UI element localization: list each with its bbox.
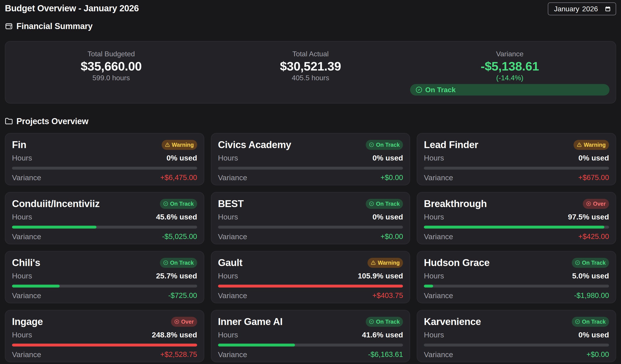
project-name: Chili's (12, 257, 40, 268)
hours-row: Hours41.6% used (218, 330, 403, 339)
hours-progress-track (424, 344, 609, 347)
variance-value: -$1,980.00 (574, 291, 609, 300)
project-status-badge: On Track (572, 258, 609, 268)
variance-label: Variance (424, 173, 453, 182)
variance-percent: (-14.4%) (496, 73, 523, 82)
project-status-label: On Track (376, 201, 400, 207)
variance-row: Variance-$6,163.61 (218, 350, 403, 359)
variance-value: +$0.00 (380, 232, 403, 241)
variance-label: Variance (218, 350, 247, 359)
variance-row: Variance+$0.00 (218, 173, 403, 182)
hours-progress-fill (424, 285, 433, 287)
variance-value: +$0.00 (586, 350, 609, 359)
project-card: GaultWarningHours105.9% usedVariance+$40… (211, 251, 410, 303)
hours-row: Hours0% used (424, 153, 609, 162)
hours-label: Hours (12, 213, 32, 221)
variance-row: Variance+$0.00 (424, 350, 609, 359)
variance-row: Variance-$5,025.00 (12, 232, 197, 241)
hours-row: Hours25.7% used (12, 271, 197, 280)
hours-used-value: 45.6% used (156, 213, 197, 221)
project-status-badge: Over (583, 199, 609, 209)
project-card-header: Conduiit/IncentiviizOn Track (12, 198, 197, 210)
project-status-label: On Track (170, 201, 194, 207)
circle-x-icon (174, 319, 179, 324)
total-budgeted-column: Total Budgeted $35,660.00 599.0 hours (12, 50, 211, 96)
project-card-header: Inner Game AIOn Track (218, 316, 403, 328)
project-status-label: On Track (376, 142, 400, 148)
variance-row: Variance-$1,980.00 (424, 291, 609, 300)
project-status-label: Warning (172, 142, 194, 148)
variance-amount: -$5,138.61 (481, 59, 539, 73)
project-status-badge: On Track (366, 140, 403, 150)
project-name: Conduiit/Incentiviiz (12, 198, 100, 209)
month-picker-input[interactable]: January 2026 (548, 2, 616, 15)
budget-overview-page: { "page": { "title": "Budget Overview - … (0, 0, 621, 364)
circle-check-icon (163, 201, 168, 206)
project-name: BEST (218, 198, 244, 209)
folder-icon (5, 117, 13, 125)
total-budgeted-amount: $35,660.00 (81, 59, 142, 73)
variance-value: +$675.00 (578, 173, 609, 182)
hours-label: Hours (424, 331, 444, 339)
variance-label: Variance (218, 291, 247, 300)
variance-row: Variance+$403.75 (218, 291, 403, 300)
project-name: Inner Game AI (218, 316, 283, 327)
variance-label: Variance (218, 232, 247, 241)
project-card-header: BreakthroughOver (424, 198, 609, 210)
hours-label: Hours (218, 213, 238, 221)
circle-check-icon (369, 319, 374, 324)
project-name: Fin (12, 139, 26, 150)
month-picker-month[interactable]: January (554, 5, 579, 13)
project-card: KarvenienceOn TrackHours0% usedVariance+… (417, 310, 616, 362)
projects-grid: FinWarningHours0% usedVariance+$6,475.00… (5, 133, 616, 362)
hours-row: Hours0% used (12, 153, 197, 162)
hours-progress-fill (12, 285, 60, 287)
hours-row: Hours0% used (218, 212, 403, 221)
variance-label: Variance (424, 232, 453, 241)
hours-used-value: 105.9% used (358, 272, 403, 280)
project-card-header: GaultWarning (218, 257, 403, 269)
project-name: Karvenience (424, 316, 481, 327)
variance-row: Variance+$425.00 (424, 232, 609, 241)
project-card: Civics AcademyOn TrackHours0% usedVarian… (211, 133, 410, 185)
project-status-label: On Track (170, 260, 194, 266)
variance-label: Variance (496, 50, 524, 58)
hours-row: Hours5.0% used (424, 271, 609, 280)
variance-label: Variance (12, 350, 41, 359)
circle-x-icon (586, 201, 591, 206)
projects-overview-section-header: Projects Overview (5, 116, 616, 126)
month-picker-year[interactable]: 2026 (582, 5, 598, 13)
project-card: Inner Game AIOn TrackHours41.6% usedVari… (211, 310, 410, 362)
project-status-badge: On Track (572, 317, 609, 327)
hours-progress-track (424, 285, 609, 287)
variance-value: -$6,163.61 (368, 350, 403, 359)
project-card: Hudson GraceOn TrackHours5.0% usedVarian… (417, 251, 616, 303)
circle-check-icon (163, 260, 168, 265)
project-status-label: Warning (378, 260, 400, 266)
hours-row: Hours0% used (218, 153, 403, 162)
total-actual-amount: $30,521.39 (280, 59, 341, 73)
project-status-badge: Over (171, 317, 197, 327)
calendar-icon[interactable] (605, 6, 611, 12)
project-card-header: KarvenienceOn Track (424, 316, 609, 328)
variance-row: Variance+$0.00 (218, 232, 403, 241)
variance-row: Variance+$675.00 (424, 173, 609, 182)
hours-used-value: 25.7% used (156, 272, 197, 280)
hours-row: Hours248.8% used (12, 330, 197, 339)
financial-summary-section-header: Financial Summary (5, 21, 616, 31)
project-card-header: Hudson GraceOn Track (424, 257, 609, 269)
variance-value: +$6,475.00 (160, 173, 197, 182)
project-card-header: IngageOver (12, 316, 197, 328)
hours-used-value: 41.6% used (362, 331, 403, 339)
topbar: Budget Overview - January 2026 January 2… (5, 0, 616, 14)
project-card: IngageOverHours248.8% usedVariance+$2,52… (5, 310, 204, 362)
project-status-label: Warning (584, 142, 606, 148)
project-card-header: Chili'sOn Track (12, 257, 197, 269)
variance-value: +$2,528.75 (160, 350, 197, 359)
hours-used-value: 0% used (372, 154, 403, 162)
variance-row: Variance+$6,475.00 (12, 173, 197, 182)
hours-label: Hours (218, 331, 238, 339)
project-card: BESTOn TrackHours0% usedVariance+$0.00 (211, 192, 410, 244)
hours-progress-track (12, 167, 197, 170)
project-name: Civics Academy (218, 139, 291, 150)
